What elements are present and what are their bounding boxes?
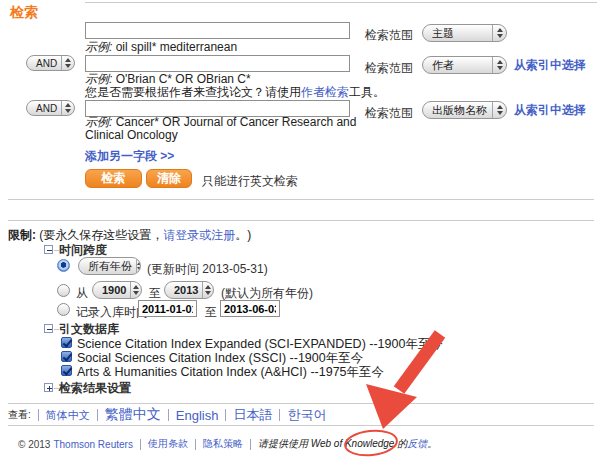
- english-only-note: 只能进行英文检索: [202, 173, 298, 190]
- page-title: 检索: [10, 4, 38, 22]
- stepper-icon: [492, 102, 506, 118]
- footer-copyright-bar: © 2013 Thomson Reuters 使用条款 隐私策略 请提供使用 W…: [18, 437, 437, 451]
- clear-button[interactable]: 清除: [146, 169, 192, 188]
- login-or-register-link[interactable]: 请登录或注册: [163, 228, 235, 242]
- stepper-icon: [202, 282, 213, 298]
- lang-traditional-chinese[interactable]: 繁體中文: [105, 406, 161, 424]
- collapse-icon[interactable]: [44, 245, 53, 254]
- divider: [8, 425, 594, 426]
- ssci-checkbox[interactable]: [61, 351, 72, 362]
- language-bar: 查看: 简体中文 繁體中文 English 日本語 한국어: [8, 406, 326, 424]
- search-term-input-1[interactable]: [85, 22, 350, 39]
- select-from-index-link-2[interactable]: 从索引中选择: [514, 57, 586, 74]
- scope-select-2[interactable]: 作者: [422, 56, 507, 74]
- scope-select-2-value: 作者: [423, 58, 492, 73]
- limits-note-prefix: (要永久保存这些设置，: [36, 228, 163, 242]
- help-suffix: 工具。: [349, 85, 385, 99]
- separator: [38, 409, 39, 421]
- example-label: 示例:: [85, 115, 112, 129]
- record-added-from-input[interactable]: [138, 300, 197, 317]
- separator: [195, 439, 196, 450]
- divider: [8, 403, 594, 404]
- example-text: Cancer* OR Journal of Cancer Research an…: [85, 115, 356, 142]
- limits-note: 限制: (要永久保存这些设置，请登录或注册。): [8, 227, 251, 244]
- record-added-radio[interactable]: [57, 303, 70, 316]
- scope-label-2: 检索范围: [365, 60, 413, 77]
- ahci-checkbox[interactable]: [61, 365, 72, 376]
- from-label: 从: [76, 285, 88, 302]
- scope-select-1[interactable]: 主题: [422, 24, 507, 42]
- all-years-select[interactable]: 所有年份: [78, 257, 141, 275]
- all-years-value: 所有年份: [79, 259, 136, 274]
- search-term-input-2[interactable]: [85, 55, 350, 72]
- author-search-tool-link[interactable]: 作者检索: [301, 85, 349, 99]
- help-prefix: 您是否需要根据作者来查找论文？请使用: [85, 85, 301, 99]
- example-row-3: 示例: Cancer* OR Journal of Cancer Researc…: [85, 116, 367, 142]
- database-item: Arts & Humanities Citation Index (A&HCI)…: [77, 364, 384, 381]
- stepper-icon: [492, 57, 506, 73]
- stepper-icon: [61, 101, 74, 115]
- updated-note: (更新时间 2013-05-31): [147, 261, 268, 278]
- lang-english[interactable]: English: [176, 408, 219, 423]
- scope-select-1-value: 主题: [423, 26, 492, 41]
- lang-simplified-chinese[interactable]: 简体中文: [46, 408, 90, 423]
- search-button[interactable]: 检索: [85, 169, 142, 188]
- lang-korean[interactable]: 한국어: [287, 406, 326, 424]
- feedback-prefix: 请提供使用 Web of Knowledge 的: [258, 437, 407, 451]
- thomson-reuters-link[interactable]: Thomson Reuters: [53, 439, 132, 450]
- feedback-link[interactable]: 反馈: [407, 437, 427, 451]
- stepper-icon: [130, 282, 141, 298]
- operator-value: AND: [27, 58, 61, 69]
- limits-label: 限制:: [8, 228, 36, 242]
- separator: [250, 439, 251, 450]
- record-added-to-label: 至: [205, 304, 217, 321]
- annotation-arrow-head: [366, 384, 417, 429]
- to-year-value: 2013: [165, 284, 202, 296]
- privacy-policy-link[interactable]: 隐私策略: [203, 437, 243, 451]
- view-label: 查看:: [8, 408, 31, 422]
- feedback-suffix: 。: [427, 437, 437, 451]
- stepper-icon: [492, 25, 506, 41]
- stepper-icon: [136, 258, 141, 274]
- scope-label-3: 检索范围: [365, 105, 413, 122]
- separator: [225, 409, 226, 421]
- stepper-icon: [61, 56, 74, 70]
- collapse-icon[interactable]: [44, 324, 53, 333]
- divider: [8, 199, 594, 200]
- results-settings-header: 检索结果设置: [59, 380, 131, 397]
- to-year-select[interactable]: 2013: [164, 281, 214, 299]
- expand-icon[interactable]: [44, 383, 53, 392]
- from-year-value: 1900: [93, 284, 130, 296]
- terms-of-use-link[interactable]: 使用条款: [148, 437, 188, 451]
- limits-note-suffix: 。): [235, 228, 251, 242]
- separator: [140, 439, 141, 450]
- example-text: oil spill* mediterranean: [112, 40, 237, 54]
- author-help-note: 您是否需要根据作者来查找论文？请使用作者检索工具。: [85, 84, 385, 101]
- year-range-radio[interactable]: [57, 284, 70, 297]
- lang-japanese[interactable]: 日本語: [233, 406, 272, 424]
- boolean-operator-select-3[interactable]: AND: [26, 100, 75, 116]
- top-divider: [85, 2, 597, 3]
- scope-select-3-value: 出版物名称: [423, 103, 492, 118]
- scope-select-3[interactable]: 出版物名称: [422, 101, 507, 119]
- scope-label-1: 检索范围: [365, 27, 413, 44]
- record-added-to-input[interactable]: [220, 300, 280, 317]
- separator: [168, 409, 169, 421]
- boolean-operator-select-2[interactable]: AND: [26, 55, 75, 71]
- all-years-radio[interactable]: [57, 259, 70, 272]
- example-row-1: 示例: oil spill* mediterranean: [85, 39, 237, 56]
- operator-value: AND: [27, 103, 61, 114]
- example-label: 示例:: [85, 40, 112, 54]
- sci-expanded-checkbox[interactable]: [61, 337, 72, 348]
- add-another-field-link[interactable]: 添加另一字段 >>: [85, 148, 174, 165]
- copyright-text: © 2013: [18, 439, 50, 450]
- search-page: 检索 示例: oil spill* mediterranean 检索范围 主题 …: [0, 0, 600, 463]
- from-year-select[interactable]: 1900: [92, 281, 142, 299]
- select-from-index-link-3[interactable]: 从索引中选择: [514, 102, 586, 119]
- divider: [8, 220, 594, 221]
- separator: [97, 409, 98, 421]
- separator: [279, 409, 280, 421]
